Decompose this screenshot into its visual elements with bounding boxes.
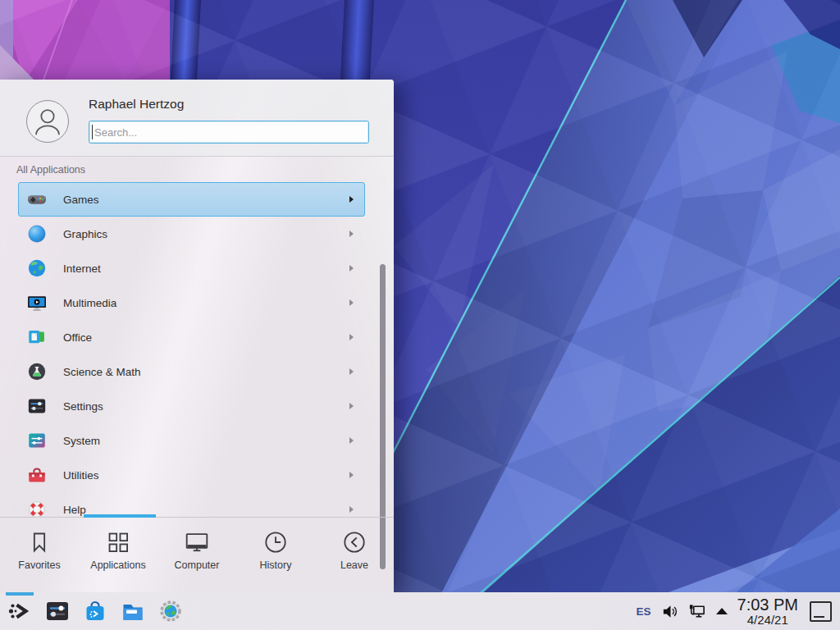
- category-row-utilities[interactable]: Utilities: [18, 458, 365, 492]
- person-icon: [27, 101, 68, 142]
- tab-favorites[interactable]: Favorites: [0, 518, 79, 592]
- tab-applications[interactable]: Applications: [79, 518, 158, 592]
- active-tab-indicator: [84, 514, 156, 518]
- clock-time: 7:03 PM: [737, 596, 798, 614]
- section-label: All Applications: [16, 164, 85, 176]
- graphics-icon: [26, 223, 48, 244]
- active-task-indicator: [6, 592, 34, 596]
- category-row-multimedia[interactable]: Multimedia: [18, 285, 365, 320]
- category-label: Multimedia: [63, 297, 116, 309]
- system-icon: [26, 430, 48, 451]
- user-avatar[interactable]: [26, 100, 69, 143]
- category-label: Settings: [63, 400, 103, 413]
- tab-label: Leave: [340, 559, 368, 571]
- show-desktop-button[interactable]: [810, 601, 832, 622]
- system-settings-button[interactable]: [44, 598, 71, 624]
- expand-tray-button[interactable]: [716, 608, 728, 614]
- network-icon: [687, 602, 706, 621]
- tab-label: Computer: [175, 559, 220, 571]
- category-label: Help: [63, 504, 86, 516]
- tab-history[interactable]: History: [236, 518, 315, 592]
- category-label: Games: [63, 194, 99, 206]
- monitor-icon: [184, 529, 210, 555]
- network-button[interactable]: [687, 602, 706, 621]
- system-tray: ES 7:03 PM 4/24/21: [637, 596, 836, 627]
- category-list: Games Graphics: [0, 182, 394, 517]
- keyboard-layout-indicator[interactable]: ES: [637, 605, 651, 618]
- tab-computer[interactable]: Computer: [158, 518, 236, 592]
- submenu-arrow-icon: [349, 506, 354, 513]
- volume-button[interactable]: [660, 602, 679, 621]
- submenu-arrow-icon: [349, 334, 354, 340]
- submenu-arrow-icon: [349, 196, 354, 203]
- volume-icon: [660, 602, 679, 621]
- application-launcher-menu: Raphael Hertzog All Applications Games: [0, 80, 394, 592]
- file-manager-button[interactable]: [120, 598, 146, 624]
- launcher-body: All Applications Games: [0, 157, 394, 517]
- digital-clock[interactable]: 7:03 PM 4/24/21: [736, 596, 800, 627]
- application-launcher-button[interactable]: [7, 598, 33, 624]
- bookmark-icon: [26, 529, 52, 555]
- grid-icon: [105, 529, 131, 555]
- tab-leave[interactable]: Leave: [315, 518, 394, 592]
- category-label: Utilities: [63, 469, 99, 482]
- settings-icon: [26, 395, 48, 417]
- category-label: Office: [63, 331, 92, 344]
- tab-label: Applications: [90, 559, 145, 571]
- clock-icon: [262, 529, 289, 555]
- system-settings-icon: [44, 598, 71, 624]
- desktop: Raphael Hertzog All Applications Games: [0, 0, 840, 630]
- application-launcher-icon: [7, 598, 33, 624]
- category-label: Science & Math: [63, 366, 141, 378]
- text-caret: [92, 125, 93, 139]
- search-input[interactable]: [89, 121, 369, 144]
- category-row-help[interactable]: Help: [18, 492, 365, 517]
- category-row-office[interactable]: Office: [18, 320, 365, 354]
- user-name: Raphael Hertzog: [89, 97, 184, 112]
- category-label: Internet: [63, 262, 101, 275]
- launcher-tab-bar: Favorites Applications Computer: [0, 517, 394, 592]
- discover-icon: [82, 598, 108, 624]
- submenu-arrow-icon: [349, 265, 354, 272]
- office-icon: [26, 326, 48, 348]
- science-math-icon: [26, 361, 48, 382]
- utilities-icon: [26, 464, 48, 486]
- category-row-graphics[interactable]: Graphics: [18, 217, 365, 251]
- category-row-internet[interactable]: Internet: [18, 251, 365, 285]
- category-row-system[interactable]: System: [18, 423, 365, 458]
- taskbar-launchers: [7, 598, 184, 624]
- web-browser-icon: [158, 598, 184, 624]
- submenu-arrow-icon: [349, 231, 354, 237]
- clock-date: 4/24/21: [737, 614, 798, 627]
- category-row-settings[interactable]: Settings: [18, 389, 365, 423]
- submenu-arrow-icon: [349, 403, 354, 409]
- leave-circle-icon: [341, 529, 368, 555]
- help-icon: [26, 499, 48, 517]
- submenu-arrow-icon: [349, 299, 354, 306]
- taskbar-panel: ES 7:03 PM 4/24/21: [0, 592, 840, 630]
- discover-button[interactable]: [82, 598, 108, 624]
- submenu-arrow-icon: [349, 437, 354, 444]
- category-label: System: [63, 435, 100, 447]
- submenu-arrow-icon: [349, 368, 354, 375]
- category-row-science-math[interactable]: Science & Math: [18, 354, 365, 389]
- launcher-header: Raphael Hertzog: [0, 80, 394, 157]
- internet-icon: [26, 258, 48, 279]
- category-label: Graphics: [63, 228, 107, 240]
- tab-label: History: [260, 559, 292, 571]
- submenu-arrow-icon: [349, 472, 354, 478]
- tab-label: Favorites: [18, 559, 60, 571]
- category-row-games[interactable]: Games: [18, 182, 365, 217]
- games-icon: [26, 189, 48, 210]
- file-manager-icon: [120, 598, 146, 624]
- multimedia-icon: [26, 292, 48, 313]
- web-browser-button[interactable]: [158, 598, 184, 624]
